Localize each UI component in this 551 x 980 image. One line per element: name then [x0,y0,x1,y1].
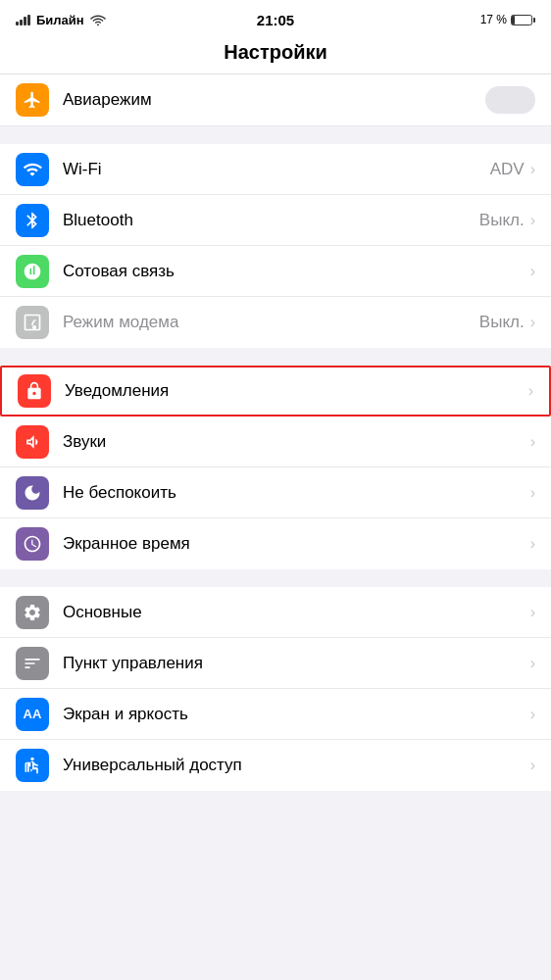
status-carrier: Билайн [16,13,106,27]
accessibility-item[interactable]: Универсальный доступ › [0,740,551,791]
notifications-item[interactable]: Уведомления › [0,366,551,416]
switches-icon-wrap [16,647,49,680]
cellular-item[interactable]: Сотовая связь › [0,246,551,297]
status-battery: 17 % [480,13,535,26]
wifi-value: ADV [490,160,525,179]
page-title: Настройки [0,35,551,74]
sounds-label: Звуки [63,432,530,452]
signal-bars [16,15,30,25]
notifications-icon-wrap [18,374,51,408]
display-label: Экран и яркость [63,705,530,724]
sounds-icon [23,432,42,452]
airplane-label: Авиарежим [63,90,485,110]
notifications-icon [25,381,44,401]
list-item[interactable]: Авиарежим [0,74,551,125]
controlcenter-label: Пункт управления [63,654,530,673]
svg-point-1 [30,758,33,760]
screentime-label: Экранное время [63,534,530,554]
hotspot-chevron: › [530,314,535,331]
cellular-label: Сотовая связь [63,262,525,281]
status-time: 21:05 [257,12,294,28]
connectivity-group: Wi-Fi ADV › Bluetooth Выкл. › Сотовая св… [0,144,551,348]
gear-icon [23,603,42,622]
wifi-label: Wi-Fi [63,160,490,179]
airplane-icon-wrap [16,83,49,117]
hotspot-icon [23,313,42,332]
hotspot-item[interactable]: Режим модема Выкл. › [0,297,551,348]
notifications-chevron: › [528,382,533,400]
bluetooth-value: Выкл. [479,211,525,230]
wifi-chevron: › [530,161,535,178]
sounds-item[interactable]: Звуки › [0,416,551,467]
bluetooth-icon-wrap [16,204,49,237]
sounds-icon-wrap [16,425,49,459]
cellular-icon [23,262,42,281]
general-item[interactable]: Основные › [0,587,551,638]
cellular-chevron: › [530,263,535,280]
screentime-icon [23,534,42,554]
hotspot-value: Выкл. [479,313,525,332]
aa-icon-wrap: AA [16,698,49,731]
moon-icon [23,483,42,503]
controlcenter-chevron: › [530,655,535,672]
switches-icon [23,654,42,673]
donotdisturb-label: Не беспокоить [63,483,530,503]
controlcenter-item[interactable]: Пункт управления › [0,638,551,689]
status-bar: Билайн 21:05 17 % [0,0,551,35]
notifications-label: Уведомления [65,381,528,401]
display-chevron: › [530,706,535,723]
wifi-icon [23,160,42,179]
general-group: Основные › Пункт управления › AA Экран и… [0,587,551,791]
donotdisturb-icon-wrap [16,476,49,510]
screentime-icon-wrap [16,527,49,561]
battery-icon [511,15,535,25]
hotspot-icon-wrap [16,306,49,339]
airplane-icon [23,90,42,110]
bluetooth-label: Bluetooth [63,211,479,230]
svg-point-0 [97,24,99,26]
notifications-list: Уведомления › Звуки › Не беспокоить › [0,366,551,569]
general-chevron: › [530,604,535,621]
accessibility-chevron: › [530,757,535,774]
accessibility-label: Универсальный доступ [63,756,530,775]
accessibility-icon-wrap [16,749,49,782]
cellular-icon-wrap [16,255,49,288]
donotdisturb-item[interactable]: Не беспокоить › [0,467,551,518]
screentime-item[interactable]: Экранное время › [0,518,551,569]
airplane-toggle[interactable] [485,86,535,114]
wifi-item[interactable]: Wi-Fi ADV › [0,144,551,195]
notifications-group: Уведомления › Звуки › Не беспокоить › [0,366,551,569]
bluetooth-item[interactable]: Bluetooth Выкл. › [0,195,551,246]
display-item[interactable]: AA Экран и яркость › [0,689,551,740]
screentime-chevron: › [530,535,535,553]
donotdisturb-chevron: › [530,484,535,502]
general-list: Основные › Пункт управления › AA Экран и… [0,587,551,791]
gear-icon-wrap [16,596,49,629]
general-label: Основные [63,603,530,622]
bluetooth-icon [23,211,42,230]
wifi-icon-wrap [16,153,49,186]
sounds-chevron: › [530,433,535,451]
connectivity-list: Wi-Fi ADV › Bluetooth Выкл. › Сотовая св… [0,144,551,348]
accessibility-icon [23,756,42,775]
aa-icon: AA [24,707,42,721]
wifi-status-icon [90,14,106,25]
hotspot-label: Режим модема [63,313,479,332]
bluetooth-chevron: › [530,212,535,229]
